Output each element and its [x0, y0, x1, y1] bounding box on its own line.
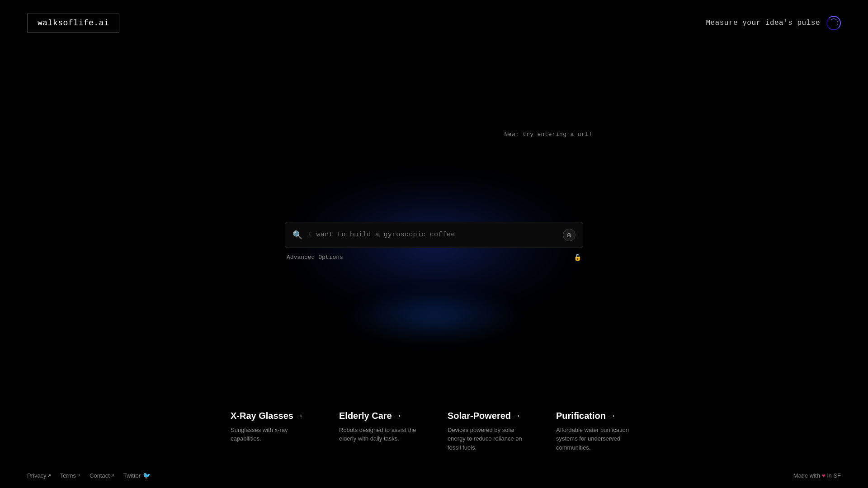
header-tagline: Measure your idea's pulse	[706, 19, 820, 27]
card-arrow-xray: →	[295, 411, 303, 421]
new-hint: New: try entering a url!	[505, 131, 592, 138]
in-sf-text: in SF	[827, 472, 841, 479]
card-title-solar: Solar-Powered →	[448, 411, 529, 421]
card-arrow-solar: →	[513, 411, 521, 421]
card-title-purification: Purification →	[556, 411, 637, 421]
footer-privacy-arrow: ↗	[47, 473, 51, 478]
search-input[interactable]	[308, 231, 557, 239]
submit-icon: ⊕	[566, 231, 572, 239]
footer-privacy-label: Privacy	[27, 472, 47, 479]
card-arrow-purification: →	[608, 411, 616, 421]
card-elderly-care[interactable]: Elderly Care → Robots designed to assist…	[339, 411, 420, 452]
header: walksoflife.ai Measure your idea's pulse	[0, 0, 868, 46]
footer-terms-label: Terms	[60, 472, 76, 479]
search-container: 🔍 ⊕	[285, 222, 583, 248]
footer-contact-label: Contact	[90, 472, 110, 479]
footer-link-contact[interactable]: Contact ↗	[90, 472, 114, 479]
made-with-text: Made with	[793, 472, 820, 479]
card-purification[interactable]: Purification → Affordable water purifica…	[556, 411, 637, 452]
footer: Privacy ↗ Terms ↗ Contact ↗ Twitter 🐦 Ma…	[0, 463, 868, 488]
card-desc-solar: Devices powered by solar energy to reduc…	[448, 426, 529, 452]
logo-button[interactable]: walksoflife.ai	[27, 14, 119, 33]
footer-made-with: Made with ♥ in SF	[793, 472, 841, 479]
glow-bottom	[344, 289, 524, 343]
footer-links: Privacy ↗ Terms ↗ Contact ↗ Twitter 🐦	[27, 472, 151, 479]
heart-icon: ♥	[822, 472, 826, 479]
footer-terms-arrow: ↗	[77, 473, 80, 478]
card-arrow-elderly: →	[394, 411, 402, 421]
card-desc-xray: Sunglasses with x-ray capabilities.	[231, 426, 312, 443]
card-solar-powered[interactable]: Solar-Powered → Devices powered by solar…	[448, 411, 529, 452]
search-section: New: try entering a url! 🔍 ⊕ Advanced Op…	[276, 154, 592, 334]
lock-icon: 🔒	[574, 253, 581, 261]
header-right: Measure your idea's pulse	[706, 16, 841, 30]
footer-twitter-label: Twitter	[123, 472, 141, 479]
card-desc-purification: Affordable water purification systems fo…	[556, 426, 637, 452]
advanced-options-label[interactable]: Advanced Options	[287, 254, 343, 261]
advanced-options-row: Advanced Options 🔒	[285, 248, 583, 267]
footer-contact-arrow: ↗	[111, 473, 114, 478]
card-title-xray: X-Ray Glasses →	[231, 411, 312, 421]
card-desc-elderly: Robots designed to assist the elderly wi…	[339, 426, 420, 443]
footer-link-privacy[interactable]: Privacy ↗	[27, 472, 51, 479]
twitter-bird-icon: 🐦	[143, 472, 151, 479]
card-title-elderly: Elderly Care →	[339, 411, 420, 421]
search-submit-button[interactable]: ⊕	[563, 229, 576, 241]
footer-link-terms[interactable]: Terms ↗	[60, 472, 80, 479]
search-icon: 🔍	[292, 230, 302, 240]
card-xray-glasses[interactable]: X-Ray Glasses → Sunglasses with x-ray ca…	[231, 411, 312, 452]
spinner-icon	[826, 16, 841, 30]
search-box: 🔍 ⊕	[285, 222, 583, 248]
cards-section: X-Ray Glasses → Sunglasses with x-ray ca…	[231, 411, 637, 452]
footer-link-twitter[interactable]: Twitter 🐦	[123, 472, 151, 479]
